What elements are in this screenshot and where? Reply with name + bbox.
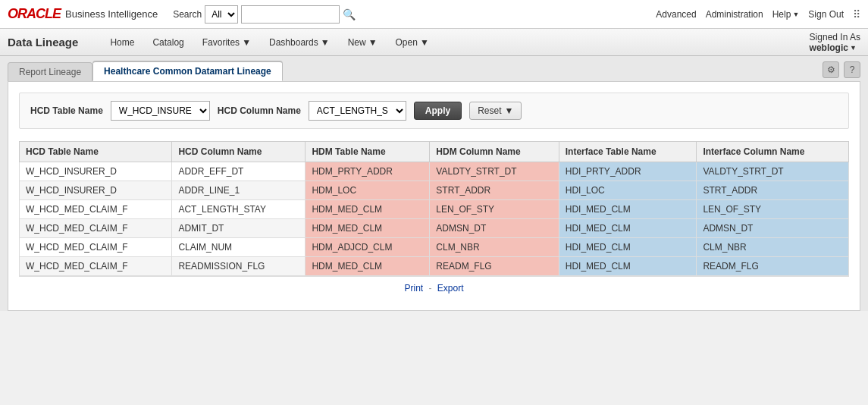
iface-table-cell: HDI_LOC — [559, 181, 697, 200]
hdm-column-cell: ADMSN_DT — [430, 219, 559, 238]
table-row: W_HCD_MED_CLAIM_FCLAIM_NUMHDM_ADJCD_CLMC… — [20, 238, 849, 257]
help-icon[interactable]: ? — [844, 61, 860, 78]
oracle-logo: ORACLE Business Intelligence — [8, 6, 158, 22]
page-title: Data Lineage — [8, 36, 78, 49]
nav-open-dropdown[interactable]: Open ▼ — [387, 31, 438, 54]
table-row: W_HCD_MED_CLAIM_FACT_LENGTH_STAYHDM_MED_… — [20, 200, 849, 219]
help-caret: ▼ — [792, 11, 799, 18]
user-caret: ▼ — [850, 44, 857, 52]
hcd-column-cell: ADDR_LINE_1 — [172, 181, 306, 200]
filter-row: HCD Table Name W_HCD_INSURE HCD Column N… — [19, 93, 849, 129]
data-table: HCD Table Name HCD Column Name HDM Table… — [19, 141, 849, 276]
main-panel: HCD Table Name W_HCD_INSURE HCD Column N… — [8, 81, 860, 311]
hcd-table-label: HCD Table Name — [30, 105, 103, 116]
hdm-column-cell: LEN_OF_STY — [430, 200, 559, 219]
hdm-table-cell: HDM_PRTY_ADDR — [306, 162, 430, 181]
export-link[interactable]: Export — [437, 283, 464, 294]
col-iface-table: Interface Table Name — [559, 142, 697, 162]
iface-table-cell: HDI_MED_CLM — [559, 257, 697, 276]
hdm-table-cell: HDM_MED_CLM — [306, 200, 430, 219]
user-dropdown[interactable]: weblogic ▼ — [810, 42, 860, 53]
reset-button[interactable]: Reset ▼ — [469, 102, 522, 120]
tab-healthcare-lineage[interactable]: Healthcare Common Datamart Lineage — [92, 61, 283, 81]
tab-report-lineage[interactable]: Report Lineage — [8, 62, 92, 81]
search-label: Search — [173, 9, 202, 20]
iface-column-cell: ADMSN_DT — [697, 219, 849, 238]
iface-column-cell: VALDTY_STRT_DT — [697, 162, 849, 181]
hdm-column-cell: STRT_ADDR — [430, 181, 559, 200]
hdm-column-cell: CLM_NBR — [430, 238, 559, 257]
iface-column-cell: READM_FLG — [697, 257, 849, 276]
hdm-table-cell: HDM_MED_CLM — [306, 219, 430, 238]
hcd-column-cell: ACT_LENGTH_STAY — [172, 200, 306, 219]
col-hdm-table: HDM Table Name — [306, 142, 430, 162]
hcd-column-cell: CLAIM_NUM — [172, 238, 306, 257]
oracle-wordmark: ORACLE — [8, 6, 61, 22]
col-hcd-column: HCD Column Name — [172, 142, 306, 162]
hcd-table-cell: W_HCD_MED_CLAIM_F — [20, 200, 172, 219]
tabs-bar: Report Lineage Healthcare Common Datamar… — [0, 56, 868, 81]
footer-separator: - — [429, 283, 434, 294]
nav-home[interactable]: Home — [101, 31, 143, 54]
table-row: W_HCD_INSURER_DADDR_EFF_DTHDM_PRTY_ADDRV… — [20, 162, 849, 181]
print-link[interactable]: Print — [404, 283, 423, 294]
iface-column-cell: LEN_OF_STY — [697, 200, 849, 219]
hdm-table-cell: HDM_LOC — [306, 181, 430, 200]
advanced-link[interactable]: Advanced — [656, 9, 696, 20]
signout-link[interactable]: Sign Out — [808, 9, 844, 20]
tab-icons: ⚙ ? — [823, 61, 860, 81]
apply-button[interactable]: Apply — [414, 102, 462, 120]
iface-column-cell: CLM_NBR — [697, 238, 849, 257]
new-caret: ▼ — [368, 37, 378, 48]
grid-icon: ⠿ — [853, 8, 860, 20]
hcd-column-cell: READMISSION_FLG — [172, 257, 306, 276]
table-row: W_HCD_MED_CLAIM_FREADMISSION_FLGHDM_MED_… — [20, 257, 849, 276]
administration-link[interactable]: Administration — [706, 9, 763, 20]
hcd-table-select[interactable]: W_HCD_INSURE — [111, 101, 210, 121]
iface-table-cell: HDI_PRTY_ADDR — [559, 162, 697, 181]
top-nav-links: Advanced Administration Help ▼ Sign Out … — [656, 8, 860, 20]
secondary-navigation: Data Lineage Home Catalog Favorites ▼ Da… — [0, 29, 868, 56]
hcd-table-cell: W_HCD_MED_CLAIM_F — [20, 257, 172, 276]
hcd-table-cell: W_HCD_MED_CLAIM_F — [20, 238, 172, 257]
bi-wordmark: Business Intelligence — [65, 8, 158, 20]
table-header-row: HCD Table Name HCD Column Name HDM Table… — [20, 142, 849, 162]
hcd-column-cell: ADDR_EFF_DT — [172, 162, 306, 181]
nav-dashboards-dropdown[interactable]: Dashboards ▼ — [260, 31, 339, 54]
table-row: W_HCD_MED_CLAIM_FADMIT_DTHDM_MED_CLMADMS… — [20, 219, 849, 238]
nav-catalog[interactable]: Catalog — [143, 31, 193, 54]
table-row: W_HCD_INSURER_DADDR_LINE_1HDM_LOCSTRT_AD… — [20, 181, 849, 200]
search-input[interactable] — [241, 5, 340, 24]
hdm-column-cell: READM_FLG — [430, 257, 559, 276]
hcd-column-cell: ADMIT_DT — [172, 219, 306, 238]
iface-table-cell: HDI_MED_CLM — [559, 200, 697, 219]
nav-menu-items: Home Catalog Favorites ▼ Dashboards ▼ Ne… — [101, 31, 809, 54]
iface-column-cell: STRT_ADDR — [697, 181, 849, 200]
open-caret: ▼ — [420, 37, 429, 48]
search-scope-select[interactable]: All — [205, 5, 238, 24]
help-dropdown[interactable]: Help ▼ — [772, 9, 800, 20]
nav-new-dropdown[interactable]: New ▼ — [339, 31, 387, 54]
col-hcd-table: HCD Table Name — [20, 142, 172, 162]
col-iface-column: Interface Column Name — [697, 142, 849, 162]
hcd-table-cell: W_HCD_INSURER_D — [20, 181, 172, 200]
signed-in-area: Signed In As weblogic ▼ — [810, 32, 860, 53]
hdm-table-cell: HDM_MED_CLM — [306, 257, 430, 276]
search-area: Search All 🔍 — [173, 5, 656, 24]
favorites-caret: ▼ — [242, 37, 251, 48]
dashboards-caret: ▼ — [321, 37, 330, 48]
hcd-table-cell: W_HCD_MED_CLAIM_F — [20, 219, 172, 238]
col-hdm-column: HDM Column Name — [430, 142, 559, 162]
hdm-table-cell: HDM_ADJCD_CLM — [306, 238, 430, 257]
content-area: Report Lineage Healthcare Common Datamar… — [0, 56, 868, 311]
iface-table-cell: HDI_MED_CLM — [559, 219, 697, 238]
top-navigation: ORACLE Business Intelligence Search All … — [0, 0, 868, 29]
iface-table-cell: HDI_MED_CLM — [559, 238, 697, 257]
hcd-table-cell: W_HCD_INSURER_D — [20, 162, 172, 181]
hdm-column-cell: VALDTY_STRT_DT — [430, 162, 559, 181]
search-button[interactable]: 🔍 — [343, 8, 356, 20]
hcd-column-select[interactable]: ACT_LENGTH_S — [309, 101, 406, 121]
nav-favorites-dropdown[interactable]: Favorites ▼ — [193, 31, 260, 54]
settings-icon[interactable]: ⚙ — [823, 61, 839, 78]
reset-caret-icon: ▼ — [505, 105, 514, 116]
